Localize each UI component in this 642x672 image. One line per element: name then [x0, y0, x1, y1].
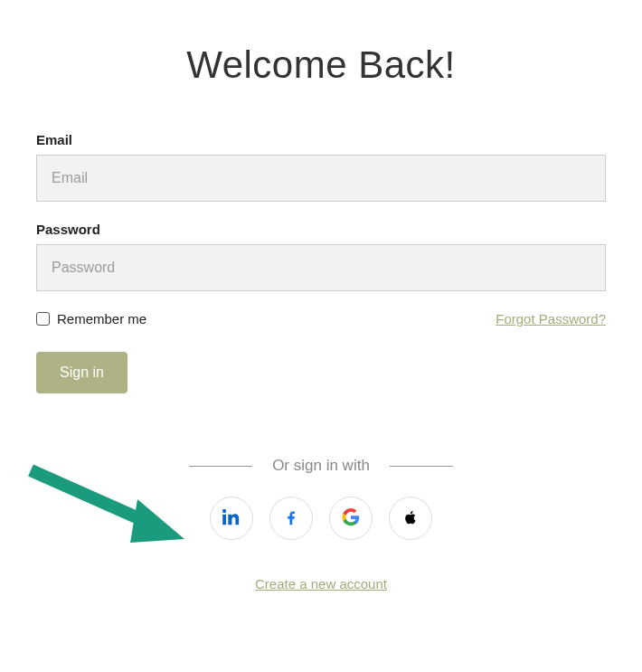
remember-me-label: Remember me: [57, 311, 146, 327]
facebook-button[interactable]: [269, 497, 313, 540]
facebook-icon: [282, 508, 300, 529]
remember-me[interactable]: Remember me: [36, 311, 146, 327]
email-field[interactable]: [36, 155, 606, 202]
options-row: Remember me Forgot Password?: [36, 311, 606, 327]
apple-icon: [401, 508, 420, 529]
google-button[interactable]: [329, 497, 373, 540]
apple-button[interactable]: [389, 497, 432, 540]
linkedin-icon: [222, 508, 241, 529]
social-divider: Or sign in with: [36, 457, 606, 475]
forgot-password-link[interactable]: Forgot Password?: [496, 311, 606, 327]
divider-text: Or sign in with: [272, 457, 370, 475]
google-icon: [342, 508, 360, 529]
password-label: Password: [36, 222, 606, 237]
page-title: Welcome Back!: [36, 43, 606, 87]
divider-line-right: [390, 466, 453, 467]
social-buttons-row: [36, 497, 606, 540]
email-label: Email: [36, 132, 606, 147]
create-account-link[interactable]: Create a new account: [36, 576, 606, 592]
remember-me-checkbox[interactable]: [36, 312, 50, 326]
linkedin-button[interactable]: [210, 497, 253, 540]
divider-line-left: [189, 466, 252, 467]
sign-in-button[interactable]: Sign in: [36, 352, 127, 393]
password-field[interactable]: [36, 244, 606, 291]
